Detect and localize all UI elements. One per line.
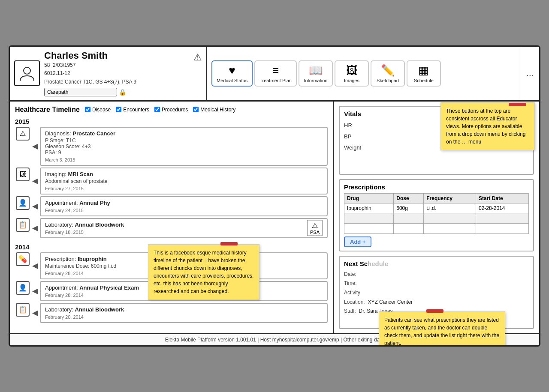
event-title-mri: Imaging: MRI Scan [45,171,323,177]
col-frequency: Frequency [424,193,476,203]
arrow-appt-2015: ◀ [32,202,38,210]
timeline-title: Healthcare Timeline [15,106,80,114]
carepath-bar: 🔒 [44,88,189,96]
rx-row-2 [344,223,529,233]
left-panel: Healthcare Timeline Disease Encounters P… [10,102,334,333]
more-menu-button[interactable]: ... [521,47,539,100]
tab-images[interactable]: 🖼 Images [335,60,369,87]
svg-point-0 [24,67,30,74]
filter-disease[interactable]: Disease [85,107,111,113]
person-icon-box-2014: 👤 [16,281,30,295]
rx-freq-2 [424,223,476,233]
event-card-lab-2014[interactable]: Laboratory: Annual Bloodwork February 20… [40,303,328,323]
event-row-appt-2015: 👤 ◀ Appointment: Annual Phy February 24,… [15,196,328,216]
event-card-diagnosis[interactable]: Diagnosis: Prostate Cancer P Stage: T1CG… [40,127,328,166]
arrow-diagnosis: ◀ [32,142,38,150]
filter-encounters-checkbox[interactable] [116,107,121,112]
icon-col-appt-2015: 👤 [15,196,30,216]
schedule-location-label: Location: [344,299,366,305]
arrow-mri: ◀ [32,177,38,185]
icon-col-lab-2014: 📋 [15,303,30,323]
filter-medical-history[interactable]: Medical History [193,107,235,113]
list-icon: ≡ [272,64,279,77]
icon-col-mri: 🖼 [15,168,30,195]
event-row-lab-2015: 📋 ◀ Laboratory: Annual Bloodwork Februar… [15,218,328,238]
schedule-staff-label: Staff: [344,308,357,314]
add-prescription-button[interactable]: Add + [344,236,371,247]
event-title-lab-2015: Laboratory: Annual Bloodwork [45,221,323,228]
patient-info: Charles Smith 58 2/03/1957 6012.11-12 Pr… [10,47,207,100]
schedule-location-value: XYZ Cancer Center [368,299,413,305]
tab-medical-status[interactable]: ♥ Medical Status [211,60,253,87]
col-start-date: Start Date [476,193,529,203]
top-header: Charles Smith 58 2/03/1957 6012.11-12 Pr… [10,47,539,101]
filter-encounters[interactable]: Encounters [116,107,149,113]
prescriptions-title: Prescriptions [344,183,529,191]
imaging-icon-box: 🖼 [16,168,30,181]
event-card-mri[interactable]: Imaging: MRI Scan Abdominal scan of pros… [40,168,328,195]
warning-icon-box: ⚠ [16,127,30,141]
rx-dose-2 [394,223,424,233]
rx-row-1 [344,213,529,223]
schedule-time-label: Time: [344,280,357,286]
pencil-icon: ✏️ [381,64,395,77]
event-row-diagnosis: ⚠ ◀ Diagnosis: Prostate Cancer P Stage: … [15,127,328,166]
psa-label: PSA [310,230,320,235]
lab-icon-box-2014: 📋 [16,303,30,317]
event-date-mri: February 27, 2015 [45,186,323,191]
timeline-header: Healthcare Timeline Disease Encounters P… [15,106,328,114]
event-card-appt-2015[interactable]: Appointment: Annual Phy February 24, 201… [40,196,328,216]
event-date-appt-2015: February 24, 2015 [45,208,323,213]
rx-dose-0: 600g [394,203,424,213]
event-card-lab-2015[interactable]: Laboratory: Annual Bloodwork February 18… [40,218,328,238]
icon-col-rx: 💊 [15,252,30,279]
tab-schedule[interactable]: ▦ Schedule [407,60,441,87]
rx-drug-0: Ibuprophin [344,203,394,213]
filter-procedures[interactable]: Procedures [154,107,188,113]
icon-col-lab-2015: 📋 [15,218,30,238]
event-title-appt-2015: Appointment: Annual Phy [45,200,323,206]
sticky-note-top: These buttons at the top are consistent … [440,102,535,150]
patient-details: Charles Smith 58 2/03/1957 6012.11-12 Pr… [44,50,189,96]
event-date-lab-2014: February 20, 2014 [45,314,323,320]
event-sub-diagnosis: P Stage: T1CGleason Score: 4+3PSA: 9 [45,138,323,156]
app-frame: Charles Smith 58 2/03/1957 6012.11-12 Pr… [9,45,540,347]
rx-icon-box: 💊 [16,252,30,266]
arrow-lab-2015: ◀ [32,224,38,232]
event-row-lab-2014: 📋 ◀ Laboratory: Annual Bloodwork Februar… [15,303,328,323]
filter-procedures-checkbox[interactable] [154,107,160,112]
schedule-date-row: Date: [344,270,529,279]
event-date-lab-2015: February 18, 2015 [45,230,323,235]
icon-col-appt-2014: 👤 [15,281,30,301]
nav-tabs: ♥ Medical Status ≡ Treatment Plan 📖 Info… [207,47,521,100]
rx-drug-1 [344,213,394,223]
sticky-note-timeline: This is a facebook-esque medical history… [148,244,259,300]
alert-icon: ⚠ [193,52,202,63]
filter-medhistory-checkbox[interactable] [193,107,199,112]
event-date-diagnosis: March 3, 2015 [45,157,323,162]
prescriptions-table: Drug Dose Frequency Start Date Ibuprophi… [344,193,529,234]
filter-disease-checkbox[interactable] [85,107,90,112]
psa-warn-icon: ⚠ [312,221,318,230]
event-sub-mri: Abdominal scan of prostate [45,178,323,184]
icon-col-diagnosis: ⚠ [15,127,30,166]
carepath-input[interactable] [44,88,117,96]
tab-information[interactable]: 📖 Information [299,60,333,87]
patient-meta: 58 2/03/1957 6012.11-12 Prostate Cancer … [44,61,189,86]
patient-name: Charles Smith [44,50,189,61]
rx-drug-2 [344,223,394,233]
event-row-mri: 🖼 ◀ Imaging: MRI Scan Abdominal scan of … [15,168,328,195]
arrow-lab-2014: ◀ [32,309,38,317]
rx-date-0: 02-28-2014 [476,203,529,213]
image-icon: 🖼 [346,64,357,77]
tab-sketchpad[interactable]: ✏️ Sketchpad [371,60,405,87]
person-icon-box: 👤 [16,196,30,210]
calendar-icon: ▦ [418,64,429,77]
book-icon: 📖 [309,64,323,77]
col-drug: Drug [344,193,394,203]
rx-freq-0: t.i.d. [424,203,476,213]
timeline-section: 2015 ⚠ ◀ Diagnosis: Prostate Cancer [15,118,328,323]
rx-freq-1 [424,213,476,223]
tab-treatment-plan[interactable]: ≡ Treatment Plan [254,60,297,87]
arrow-rx: ◀ [32,262,38,269]
